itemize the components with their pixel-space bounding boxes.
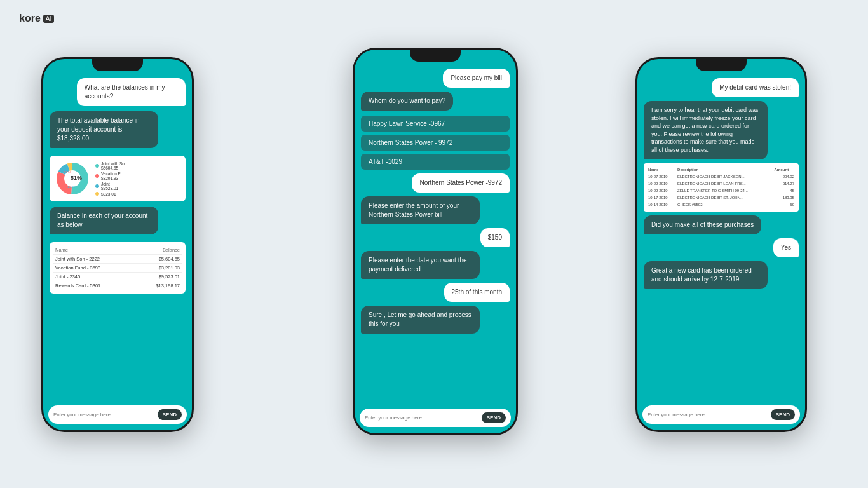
- table-row: 10-27-2019ELECTRONICACH DEBIT JACKSON...…: [647, 173, 796, 180]
- table-row: Joint with Son - 2222$5,604.65: [53, 255, 182, 264]
- svg-text:51%: 51%: [71, 175, 82, 181]
- table-row: 10-17-2019ELECTRONICACH DEBIT ST. JOHN..…: [647, 194, 796, 201]
- pie-chart: 51% 31% 12%: [53, 159, 92, 198]
- bubble-bot-1: The total available balance in your depo…: [50, 111, 158, 148]
- bubble-user-2-1: Please pay my bill: [443, 69, 510, 88]
- logo: kore AI: [19, 13, 54, 24]
- send-button-1[interactable]: SEND: [158, 409, 182, 420]
- message-input-2[interactable]: [365, 415, 478, 421]
- bubble-user-2-4: 25th of this month: [444, 283, 510, 302]
- table-row: Rewards Card - 5301$13,198.17: [53, 281, 182, 290]
- logo-ai-badge: AI: [43, 15, 54, 23]
- legend-item-2: Vacation F...$3201.93: [95, 172, 126, 180]
- chat-input-3[interactable]: SEND: [642, 405, 800, 424]
- table-row: 10-22-2019ELECTRONICACH DEBIT LOAN-FRS..…: [647, 180, 796, 187]
- table-row: Joint - 2345$9,523.01: [53, 273, 182, 281]
- bubble-bot-2-4: Sure , Let me go ahead and process this …: [361, 306, 480, 334]
- phone-2: Please pay my bill Whom do you want to p…: [353, 48, 518, 435]
- bubble-user-1: What are the balances in my accounts?: [77, 78, 186, 106]
- bubble-bot-2-2: Please enter the amount of your Northern…: [361, 196, 480, 224]
- pay-options: Happy Lawn Service -0967 Northern States…: [361, 114, 510, 170]
- bubble-bot-2: Balance in each of your account as below: [50, 207, 158, 234]
- svg-text:31%: 31%: [64, 170, 72, 174]
- legend-dot-4: [95, 192, 99, 196]
- bubble-bot-3-1: I am sorry to hear that your debit card …: [644, 101, 768, 159]
- pie-legend: Joint with Son$5604.65 Vacation F...$320…: [95, 161, 126, 196]
- legend-dot-1: [95, 164, 99, 168]
- bubble-user-2-3: $150: [480, 228, 510, 247]
- legend-item-4: $923.01: [95, 192, 126, 196]
- chat-area-1: What are the balances in my accounts? Th…: [43, 59, 192, 405]
- legend-item-1: Joint with Son$5604.65: [95, 161, 126, 170]
- chat-area-2: Please pay my bill Whom do you want to p…: [355, 50, 516, 409]
- legend-dot-3: [95, 184, 99, 188]
- svg-text:12%: 12%: [67, 185, 76, 189]
- chat-area-3: My debit card was stolen! I am sorry to …: [637, 59, 805, 405]
- pay-option-3[interactable]: AT&T -1029: [361, 154, 510, 170]
- phone-1: What are the balances in my accounts? Th…: [41, 57, 194, 432]
- table-row: 10-14-2019CHECK #550250: [647, 201, 796, 208]
- send-button-2[interactable]: SEND: [482, 412, 506, 423]
- bubble-bot-3-3: Great a new card has been ordered and sh…: [644, 261, 768, 289]
- bubble-user-3-2: Yes: [773, 238, 799, 257]
- transactions-table: Name Description Amount 10-27-2019ELECTR…: [644, 163, 799, 212]
- pay-option-1[interactable]: Happy Lawn Service -0967: [361, 116, 510, 132]
- message-input-1[interactable]: [53, 412, 154, 417]
- message-input-3[interactable]: [648, 412, 767, 417]
- bubble-user-3-1: My debit card was stolen!: [712, 78, 799, 97]
- chat-input-2[interactable]: SEND: [360, 409, 511, 427]
- pay-option-2[interactable]: Northern States Power - 9972: [361, 135, 510, 151]
- legend-item-3: Joint$9523.01: [95, 182, 126, 191]
- bubble-bot-3-2: Did you make all of these purchases: [644, 215, 761, 234]
- pie-chart-container: 51% 31% 12% Joint with Son$5604.65 Vacat…: [50, 156, 186, 201]
- send-button-3[interactable]: SEND: [771, 409, 795, 420]
- legend-dot-2: [95, 174, 99, 178]
- bubble-bot-2-3: Please enter the date you want the payme…: [361, 251, 480, 279]
- bubble-bot-2-1: Whom do you want to pay?: [361, 92, 453, 111]
- logo-text: kore: [19, 13, 41, 24]
- account-table: Name Balance Joint with Son - 2222$5,604…: [50, 242, 186, 294]
- chat-input-1[interactable]: SEND: [48, 405, 187, 424]
- table-row: Vacation Fund - 3693$3,201.93: [53, 264, 182, 273]
- table-row: 10-22-2019ZELLE TRANSFER TO G SMITH 09-2…: [647, 187, 796, 194]
- bubble-user-2-2: Northern States Power -9972: [412, 173, 510, 193]
- phone-3: My debit card was stolen! I am sorry to …: [635, 57, 807, 432]
